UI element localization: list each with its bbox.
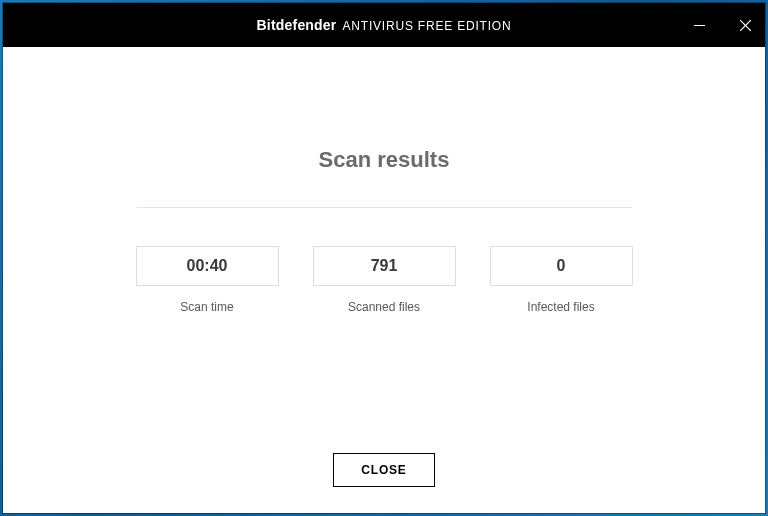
close-icon bbox=[740, 20, 751, 31]
stat-scanned-files: 791 Scanned files bbox=[313, 246, 456, 314]
stat-scan-time-label: Scan time bbox=[180, 300, 233, 314]
content-area: Scan results 00:40 Scan time 791 Scanned… bbox=[3, 47, 765, 453]
stat-infected-files-value: 0 bbox=[490, 246, 633, 286]
scan-results-window: Bitdefender ANTIVIRUS FREE EDITION Scan … bbox=[3, 3, 765, 513]
titlebar: Bitdefender ANTIVIRUS FREE EDITION bbox=[3, 3, 765, 47]
stat-scanned-files-value: 791 bbox=[313, 246, 456, 286]
titlebar-controls bbox=[687, 3, 757, 47]
stat-infected-files-label: Infected files bbox=[527, 300, 594, 314]
close-window-button[interactable] bbox=[733, 13, 757, 37]
minimize-button[interactable] bbox=[687, 13, 711, 37]
edition-name: ANTIVIRUS FREE EDITION bbox=[343, 19, 512, 33]
stats-row: 00:40 Scan time 791 Scanned files 0 Infe… bbox=[136, 246, 633, 314]
brand-name: Bitdefender bbox=[257, 17, 337, 33]
footer: CLOSE bbox=[3, 453, 765, 513]
page-title: Scan results bbox=[319, 147, 450, 173]
close-button[interactable]: CLOSE bbox=[333, 453, 434, 487]
stat-scan-time-value: 00:40 bbox=[136, 246, 279, 286]
stat-infected-files: 0 Infected files bbox=[490, 246, 633, 314]
stat-scan-time: 00:40 Scan time bbox=[136, 246, 279, 314]
app-title: Bitdefender ANTIVIRUS FREE EDITION bbox=[257, 17, 512, 33]
divider bbox=[137, 207, 632, 208]
stat-scanned-files-label: Scanned files bbox=[348, 300, 420, 314]
minimize-icon bbox=[694, 20, 705, 31]
